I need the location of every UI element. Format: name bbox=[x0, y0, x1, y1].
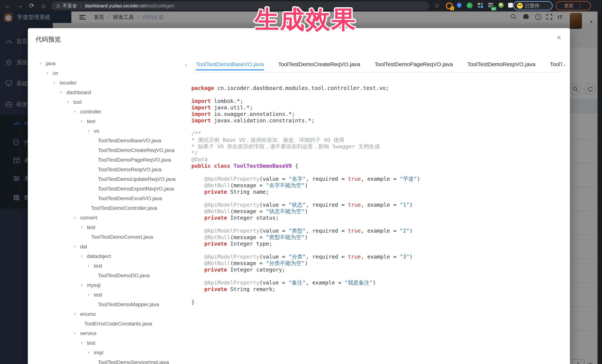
file-tree: ▾java▾cn▾iocoder▾dashboard▾tool▾controll… bbox=[28, 59, 188, 364]
kebab-menu-icon[interactable]: ⋮ bbox=[577, 3, 582, 9]
tree-node-label: dashboard bbox=[66, 90, 91, 95]
tree-node[interactable]: ToolTestDemoPageReqVO.java bbox=[28, 155, 188, 165]
tree-node-label: ToolTestDemoBaseVO.java bbox=[98, 138, 161, 144]
extension-icon-6[interactable] bbox=[498, 3, 505, 9]
tree-node[interactable]: ▾test bbox=[28, 261, 188, 271]
caret-down-icon[interactable]: ▾ bbox=[87, 292, 94, 297]
tree-node[interactable]: ToolTestDemoController.java bbox=[28, 203, 188, 213]
caret-down-icon[interactable]: ▾ bbox=[87, 129, 94, 134]
tree-node[interactable]: ▾enums bbox=[28, 309, 188, 319]
code-line: private String name; bbox=[191, 189, 566, 195]
extension-icon-4[interactable] bbox=[477, 2, 484, 9]
code-line: /** bbox=[191, 130, 566, 137]
dialog-close-icon[interactable]: × bbox=[557, 34, 561, 42]
code-line: private Integer status; bbox=[191, 215, 566, 221]
caret-down-icon[interactable]: ▾ bbox=[87, 350, 94, 355]
file-tab[interactable]: ToolTestDemoPageReqVO.java bbox=[374, 59, 453, 70]
browser-home-button[interactable]: ⌂ bbox=[39, 0, 48, 11]
tree-node[interactable]: ToolTestDemoConvert.java bbox=[28, 232, 188, 242]
code-line: import java.util.*; bbox=[191, 104, 566, 111]
extension-icon-2[interactable] bbox=[457, 3, 464, 10]
caret-down-icon[interactable]: ▾ bbox=[74, 312, 80, 317]
tree-node[interactable]: ▾dataobject bbox=[28, 251, 188, 261]
code-line: @ApiModelProperty(value = "状态", required… bbox=[191, 202, 566, 208]
tree-node[interactable]: ▾cn bbox=[28, 68, 188, 78]
tree-node[interactable]: ▾service bbox=[28, 329, 188, 338]
extension-icon-3[interactable]: ✓ bbox=[467, 2, 473, 9]
caret-down-icon[interactable]: ▾ bbox=[87, 264, 94, 268]
tree-node[interactable]: ToolTestDemoUpdateReqVO.java bbox=[28, 174, 188, 184]
file-tab[interactable]: ToolTestDemoCreateReqVO.java bbox=[278, 59, 361, 70]
tree-node[interactable]: ToolTestDemoCreateReqVO.java bbox=[28, 146, 188, 155]
tree-node[interactable]: ToolTestDemoServiceImpl.java bbox=[28, 357, 188, 364]
screen: 芋道管理系统 首页/研发工具/代码生成 ? tT ▾ bbox=[0, 0, 602, 364]
tree-node[interactable]: ▾test bbox=[28, 223, 188, 232]
caret-down-icon[interactable]: ▾ bbox=[60, 90, 66, 95]
caret-down-icon[interactable]: ▾ bbox=[74, 331, 80, 336]
tree-node[interactable]: ▾controller bbox=[28, 107, 188, 117]
caret-down-icon[interactable]: ▾ bbox=[74, 109, 80, 114]
caret-down-icon[interactable]: ▾ bbox=[40, 61, 46, 66]
tree-node[interactable]: ▾dashboard bbox=[28, 88, 188, 97]
tree-node[interactable]: ▾test bbox=[28, 117, 188, 126]
file-tab[interactable]: ToolTe bbox=[549, 59, 562, 70]
caret-down-icon[interactable]: ▾ bbox=[53, 80, 60, 85]
address-bar[interactable]: ⚠ 不安全 dashboard.yudao.iocoder.cn/tool/co… bbox=[51, 1, 430, 10]
tree-node-label: impl bbox=[94, 350, 103, 356]
tree-node[interactable]: ▾convert bbox=[28, 213, 188, 223]
tree-node-label: ToolTestDemoExportReqVO.java bbox=[98, 186, 174, 192]
browser-refresh-button[interactable]: ⟳ bbox=[27, 0, 36, 11]
file-tab[interactable]: ToolTestDemoRespVO.java bbox=[467, 59, 536, 70]
tab-scroll-left-icon[interactable]: ‹ bbox=[185, 61, 187, 68]
code-line bbox=[191, 221, 566, 228]
tree-node-label: dal bbox=[80, 244, 87, 250]
tree-node[interactable]: ▾vo bbox=[28, 126, 188, 136]
tree-node-label: ToolTestDemoExcelVO.java bbox=[98, 196, 162, 201]
profile-emoji-icon bbox=[517, 3, 523, 9]
caret-down-icon[interactable]: ▾ bbox=[46, 71, 53, 76]
caret-down-icon[interactable]: ▾ bbox=[81, 225, 87, 230]
tree-node[interactable]: ▾impl bbox=[28, 348, 188, 357]
code-line: * 测试示例 Base VO，提供给添加、修改、详细的子 VO 使用 bbox=[191, 137, 566, 143]
caret-down-icon[interactable]: ▾ bbox=[74, 215, 80, 220]
extension-icon-1[interactable]: 1 bbox=[446, 2, 452, 9]
code-line bbox=[191, 195, 566, 202]
code-line bbox=[191, 169, 566, 176]
tree-node[interactable]: ▾test bbox=[28, 290, 188, 300]
tree-node[interactable]: ToolTestDemoRespVO.java bbox=[28, 165, 188, 174]
tree-node[interactable]: ToolTestDemoBaseVO.java bbox=[28, 136, 188, 146]
tree-node[interactable]: ▾iocoder bbox=[28, 78, 188, 88]
caret-down-icon[interactable]: ▾ bbox=[81, 341, 87, 345]
caret-down-icon[interactable]: ▾ bbox=[67, 100, 73, 104]
tree-node[interactable]: ▾test bbox=[28, 338, 188, 348]
browser-forward-button[interactable]: → bbox=[15, 0, 24, 11]
tree-node[interactable]: ToolTestDemoDO.java bbox=[28, 271, 188, 281]
caret-down-icon[interactable]: ▾ bbox=[74, 244, 80, 249]
extension-icon-5[interactable]: on bbox=[488, 2, 494, 9]
tree-node-label: service bbox=[80, 331, 97, 336]
browser-back-button[interactable]: ← bbox=[3, 0, 13, 11]
caret-down-icon[interactable]: ▾ bbox=[81, 254, 87, 259]
security-label[interactable]: 不安全 bbox=[63, 3, 77, 9]
profile-chip[interactable]: 已暂停 bbox=[513, 1, 553, 10]
code-line: @NotNull(message = "分类不能为空") bbox=[191, 260, 566, 267]
tree-node[interactable]: ToolTestDemoExportReqVO.java bbox=[28, 184, 188, 194]
tree-node[interactable]: ToolTestDemoMapper.java bbox=[28, 300, 188, 309]
scrollbar-strip[interactable] bbox=[598, 11, 602, 364]
code-line: @NotNull(message = "状态不能为空") bbox=[191, 208, 566, 215]
tree-node[interactable]: ▾tool bbox=[28, 97, 188, 107]
tree-node-label: ToolTestDemoCreateReqVO.java bbox=[98, 147, 174, 153]
tree-node[interactable]: ▾mysql bbox=[28, 281, 188, 290]
update-button[interactable]: 更新 ⋮ bbox=[556, 1, 591, 10]
tree-node[interactable]: ToolErrorCodeConstants.java bbox=[28, 319, 188, 329]
tree-node[interactable]: ▾java bbox=[28, 59, 188, 68]
tree-node-label: test bbox=[87, 340, 95, 346]
caret-down-icon[interactable]: ▾ bbox=[81, 283, 87, 288]
file-tab-bar: ToolTestDemoBaseVO.javaToolTestDemoCreat… bbox=[196, 59, 562, 73]
file-tab[interactable]: ToolTestDemoBaseVO.java bbox=[196, 59, 264, 70]
tree-node[interactable]: ToolTestDemoExcelVO.java bbox=[28, 194, 188, 203]
tree-node[interactable]: ▾dal bbox=[28, 242, 188, 251]
tab-scroll-right-icon[interactable]: › bbox=[563, 61, 565, 68]
caret-down-icon[interactable]: ▾ bbox=[81, 119, 87, 124]
bookmark-star-icon[interactable]: ☆ bbox=[434, 0, 440, 11]
